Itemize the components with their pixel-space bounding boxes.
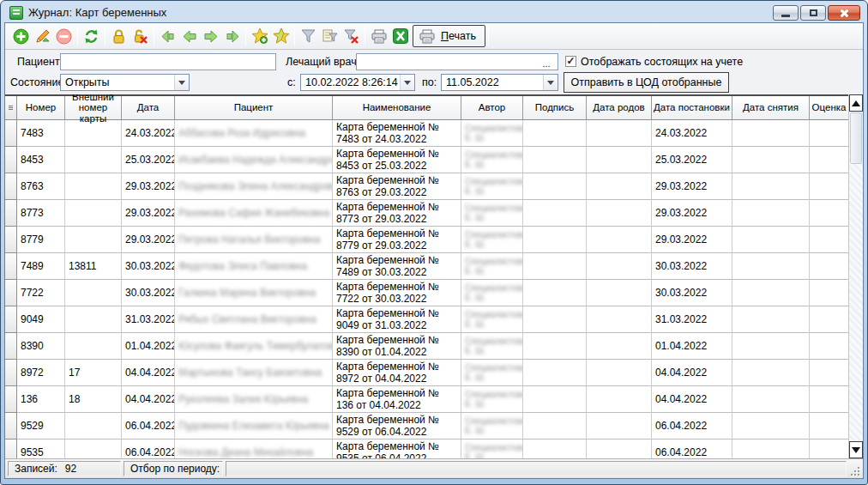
maximize-button[interactable] xyxy=(800,5,826,21)
on-register-checkbox[interactable]: ✓ xyxy=(565,56,576,67)
cell-sign xyxy=(523,147,587,173)
cell-rowsel[interactable] xyxy=(5,227,17,253)
on-register-checkbox-label[interactable]: Отображать состоящих на учете xyxy=(581,56,743,68)
chevron-down-icon[interactable] xyxy=(400,75,414,90)
excel-export-button[interactable] xyxy=(389,26,411,46)
redacted-author-name: Специалистова Е. Ш. xyxy=(465,363,523,382)
cell-removed xyxy=(732,280,810,306)
records-label: Записей: xyxy=(15,463,57,475)
cell-ext xyxy=(65,120,122,147)
redacted-patient-name: Федотова Элиса Павловна xyxy=(178,260,307,272)
doctor-input[interactable]: ... xyxy=(356,53,558,70)
column-header-label: Дата родов xyxy=(593,102,644,113)
favorite-button[interactable] xyxy=(270,26,292,46)
edit-button[interactable] xyxy=(32,26,53,46)
cell-rowsel[interactable] xyxy=(5,200,17,227)
add-button[interactable] xyxy=(10,26,32,46)
nav-last-button[interactable] xyxy=(221,26,243,46)
table-row[interactable]: 1361804.04.2022Руколеева Залия ЮрьевнаКа… xyxy=(5,386,848,413)
column-header-name[interactable]: Наименование xyxy=(333,96,461,119)
favorite-add-button[interactable] xyxy=(249,26,270,46)
statusbar-spacer xyxy=(226,461,847,476)
column-header-ext[interactable]: Внешний номер карты xyxy=(65,96,122,119)
cell-removed xyxy=(732,253,810,280)
resize-grip[interactable] xyxy=(849,461,860,476)
table-row[interactable]: 74891381130.03.2022Федотова Элиса Павлов… xyxy=(5,253,848,280)
table-row[interactable]: 748324.03.2022Аббасова Роза ИдрисовнаКар… xyxy=(5,120,848,147)
cell-rowsel[interactable] xyxy=(5,386,17,413)
scrollbar-thumb[interactable] xyxy=(850,112,862,164)
delete-button[interactable] xyxy=(53,26,75,46)
cell-name: Карта беременной № 9049 от 31.03.2022 xyxy=(333,306,461,333)
table-row[interactable]: 877929.03.2022Петрова Наталья Викторовна… xyxy=(5,227,848,253)
column-header-date[interactable]: Дата xyxy=(122,96,175,119)
cell-score xyxy=(810,386,848,413)
minimize-button[interactable] xyxy=(773,5,799,21)
cell-score xyxy=(810,253,848,280)
cell-score xyxy=(810,306,848,333)
cell-removed xyxy=(732,440,810,458)
table-row[interactable]: 89721704.04.2022Мартынова Тансу Баязитов… xyxy=(5,360,848,386)
cell-rowsel[interactable] xyxy=(5,360,17,386)
doctor-browse-button[interactable]: ... xyxy=(537,56,556,68)
table-row[interactable]: 904931.03.2022Рябых Светлана ВикторовнаК… xyxy=(5,306,848,333)
patient-input[interactable] xyxy=(60,53,276,70)
send-to-cod-button[interactable]: Отправить в ЦОД отобранные xyxy=(564,72,729,93)
cell-score xyxy=(810,280,848,306)
nav-first-button[interactable] xyxy=(157,26,178,46)
column-header-rowsel[interactable] xyxy=(5,96,17,119)
date-to-select[interactable]: 11.05.2022 xyxy=(441,74,558,91)
cell-date: 06.04.2022 xyxy=(122,440,175,458)
filter-clear-button[interactable] xyxy=(341,26,362,46)
chevron-down-icon[interactable] xyxy=(174,75,189,90)
table-row[interactable]: 877329.03.2022Рахимова Сафия Жанибековна… xyxy=(5,200,848,227)
scroll-down-button[interactable] xyxy=(849,441,863,458)
table-row[interactable]: 845325.03.2022Исакбаева Надежда Александ… xyxy=(5,147,848,173)
chevron-down-icon[interactable] xyxy=(543,75,558,90)
column-header-sign[interactable]: Подпись xyxy=(523,96,587,119)
cell-author: Специалистова Е. Ш. xyxy=(461,227,523,253)
filter-edit-button[interactable] xyxy=(319,26,341,46)
date-from-select[interactable]: 10.02.2022 8:26:14 xyxy=(300,74,415,91)
cell-rowsel[interactable] xyxy=(5,440,17,458)
cell-score xyxy=(810,200,848,227)
redacted-author-name: Специалистова Е. Ш. xyxy=(465,310,523,329)
cell-ext: 13811 xyxy=(65,253,122,280)
column-header-score[interactable]: Оценка xyxy=(810,96,848,119)
close-button[interactable] xyxy=(828,5,860,21)
cell-rowsel[interactable] xyxy=(5,413,17,440)
cell-rowsel[interactable] xyxy=(5,280,17,306)
unlock-button[interactable] xyxy=(130,26,151,46)
table-row[interactable]: 839001.04.2022Юсупова Фаягуль Тимербулат… xyxy=(5,333,848,360)
column-header-patient[interactable]: Пациент xyxy=(175,96,333,119)
nav-next-button[interactable] xyxy=(200,26,221,46)
column-header-num[interactable]: Номер xyxy=(17,96,65,119)
cell-rowsel[interactable] xyxy=(5,306,17,333)
column-header-author[interactable]: Автор xyxy=(461,96,523,119)
column-header-birth[interactable]: Дата родов xyxy=(587,96,652,119)
print-button[interactable]: Печать xyxy=(413,25,485,47)
cell-rowsel[interactable] xyxy=(5,333,17,360)
cell-rowsel[interactable] xyxy=(5,120,17,147)
nav-prev-button[interactable] xyxy=(178,26,200,46)
table-row[interactable]: 772230.03.2022Галкина Марина ВикторовнаК… xyxy=(5,280,848,306)
cell-author: Специалистова Е. Ш. xyxy=(461,386,523,413)
table-row[interactable]: 952906.04.2022Пудовкина Елизавета Юрьевн… xyxy=(5,413,848,440)
cell-num: 8390 xyxy=(17,333,65,360)
print-tool-button[interactable] xyxy=(368,26,389,46)
filter-button[interactable] xyxy=(298,26,319,46)
state-select[interactable]: Открыты xyxy=(60,74,190,91)
column-header-reg[interactable]: Дата постановки△ xyxy=(652,96,732,119)
scroll-up-button[interactable] xyxy=(849,94,863,112)
lock-button[interactable] xyxy=(108,26,130,46)
refresh-button[interactable] xyxy=(81,26,102,46)
cell-reg: 30.03.2022 xyxy=(652,280,732,306)
table-row[interactable]: 876329.03.2022Позднякова Элина Александр… xyxy=(5,173,848,200)
cell-rowsel[interactable] xyxy=(5,253,17,280)
cell-rowsel[interactable] xyxy=(5,173,17,200)
table-row[interactable]: 953506.04.2022Носкова Диана МихайловнаКа… xyxy=(5,440,848,458)
column-header-removed[interactable]: Дата снятия xyxy=(732,96,810,119)
cell-rowsel[interactable] xyxy=(5,147,17,173)
vertical-scrollbar[interactable] xyxy=(848,94,863,458)
scrollbar-track[interactable] xyxy=(849,112,863,441)
